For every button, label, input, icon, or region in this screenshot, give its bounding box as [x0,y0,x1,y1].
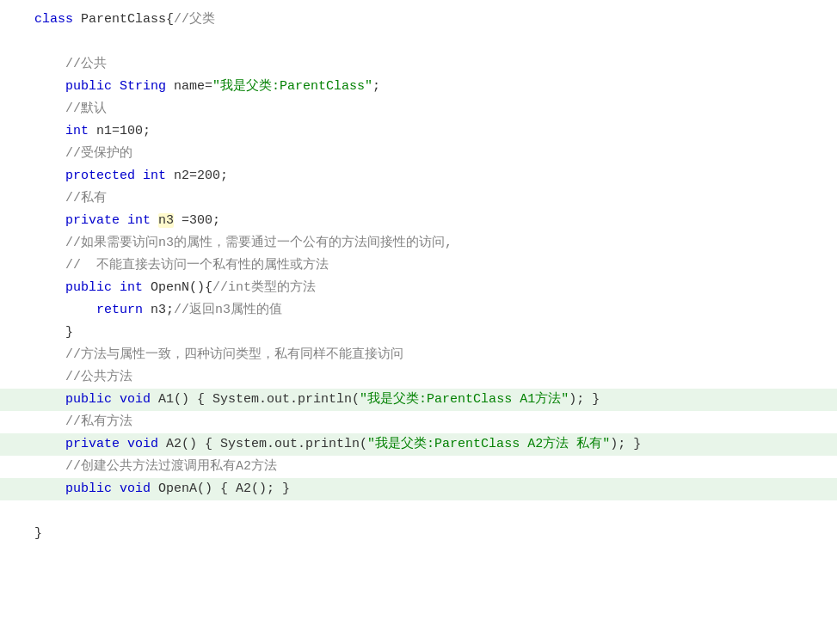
method-A2: A2() { System. [166,437,274,451]
class-name: ParentClass{ [81,12,174,27]
keyword-void-A2: void [127,437,166,451]
line-content: //创建公共方法过渡调用私有A2方法 [34,457,837,477]
keyword-public-openA: public [65,481,120,496]
code-line-comment-public-method: //公共方法 [0,366,837,389]
code-line-comment-access1: //如果需要访问n3的属性，需要通过一个公有的方法间接性的访问, [0,232,837,255]
line-content: } [34,322,837,343]
code-line-comment-access2: // 不能直接去访问一个私有性的属性或方法 [0,255,837,277]
line-content: public int OpenN(){//int类型的方法 [34,278,837,298]
line-content: //公共 [34,54,837,75]
code-line-n3: private int n3 =300; [0,210,837,232]
class-close-brace: } [34,526,42,541]
code-line-openA: public void OpenA() { A2(); } [0,478,837,500]
comment-openN: //int类型的方法 [212,280,316,295]
code-line-comment-public: //公共 [0,53,837,76]
dot-println-A1: .println( [290,392,360,407]
comment-return: //返回n3属性的值 [174,303,282,317]
comment-openA: //创建公共方法过渡调用私有A2方法 [65,459,277,474]
code-line-comment-default: //默认 [0,98,837,120]
code-line-A2: private void A2() { System.out.println("… [0,433,837,456]
method-A1: A1() { System. [158,392,267,407]
line-content: //私有 [34,188,837,209]
keyword-public: public [65,79,120,94]
end-A2: ); } [610,437,641,451]
code-line-comment-private: //私有 [0,187,837,210]
keyword-private: private [65,213,127,228]
string-A1: "我是父类:ParentClass A1方法" [360,392,569,407]
code-line-A1: public void A1() { System.out.println("我… [0,389,837,411]
field-n1: n1=100; [96,124,151,138]
keyword-int: int [65,124,96,138]
code-line-return-n3: return n3;//返回n3属性的值 [0,299,837,322]
keyword-void-openA: void [120,481,158,496]
keyword-string: String [120,79,174,94]
line-content: class ParentClass{//父类 [34,9,837,30]
code-line-n1: int n1=100; [0,120,837,143]
keyword-void-A1: void [120,392,158,407]
code-line-comment-openA: //创建公共方法过渡调用私有A2方法 [0,456,837,478]
line-content: // 不能直接去访问一个私有性的属性或方法 [34,255,837,276]
code-line-close-openN: } [0,322,837,344]
code-line-blank [0,31,837,53]
keyword-public-A1: public [65,392,120,407]
out-A2: out [274,437,298,451]
keyword-public-openN: public [65,280,120,295]
comment: //父类 [174,12,215,27]
comment-access1: //如果需要访问n3的属性，需要通过一个公有的方法间接性的访问, [65,236,452,250]
code-line-openN-decl: public int OpenN(){//int类型的方法 [0,277,837,299]
method-openA: OpenA() { A2(); } [158,481,290,496]
comment-protected: //受保护的 [65,146,132,161]
out-A1: out [267,392,290,407]
line-content: } [34,524,837,544]
keyword-int-n3: int [127,213,158,228]
comment-private: //私有 [65,191,107,205]
comment-public-method: //公共方法 [65,370,132,384]
code-line-n2: protected int n2=200; [0,165,837,187]
field-name: name= [174,79,212,94]
string-value: "我是父类:ParentClass" [212,79,372,94]
keyword-return: return [96,303,151,317]
comment-default: //默认 [65,101,107,116]
line-content: //受保护的 [34,144,837,164]
line-content: //公共方法 [34,367,837,388]
line-content: public void A1() { System.out.println("我… [34,389,837,410]
comment-access2: // 不能直接去访问一个私有性的属性或方法 [65,258,329,273]
comment-method-access: //方法与属性一致，四种访问类型，私有同样不能直接访问 [65,347,403,362]
brace-close: } [65,325,73,340]
line-content: int n1=100; [34,121,837,142]
comment-public: //公共 [65,57,107,71]
line-content: //如果需要访问n3的属性，需要通过一个公有的方法间接性的访问, [34,233,837,254]
line-content [34,501,837,522]
line-content: return n3;//返回n3属性的值 [34,300,837,321]
line-content: //默认 [34,99,837,120]
line-content: //私有方法 [34,412,837,432]
line-content [34,32,837,52]
comment-private-method: //私有方法 [65,414,132,429]
keyword-protected: protected [65,169,143,183]
code-line-1: class ParentClass{//父类 [0,9,837,31]
line-content: protected int n2=200; [34,166,837,187]
code-line-name-field: public String name="我是父类:ParentClass"; [0,76,837,98]
code-line-comment-protected: //受保护的 [0,143,837,165]
line-content: private int n3 =300; [34,211,837,231]
line-content: private void A2() { System.out.println("… [34,434,837,455]
return-value: n3; [151,303,174,317]
end-A1: ); } [569,392,600,407]
keyword-int-openN: int [120,280,151,295]
code-line-class-close: } [0,523,837,545]
keyword-int-n2: int [143,169,174,183]
field-n3-highlighted: n3 [158,213,174,228]
code-editor: class ParentClass{//父类 //公共 public Strin… [0,0,837,562]
code-line-blank2 [0,500,837,523]
method-openN: OpenN(){ [151,280,212,295]
keyword-class: class [34,12,81,27]
string-A2: "我是父类:ParentClass A2方法 私有" [367,437,610,451]
n3-value: =300; [174,213,220,228]
code-line-comment-private-method: //私有方法 [0,411,837,433]
line-content: public void OpenA() { A2(); } [34,479,837,500]
semicolon: ; [372,79,380,94]
dot-println-A2: .println( [298,437,367,451]
code-line-comment-method-access: //方法与属性一致，四种访问类型，私有同样不能直接访问 [0,344,837,366]
keyword-private-A2: private [65,437,127,451]
line-content: //方法与属性一致，四种访问类型，私有同样不能直接访问 [34,345,837,365]
